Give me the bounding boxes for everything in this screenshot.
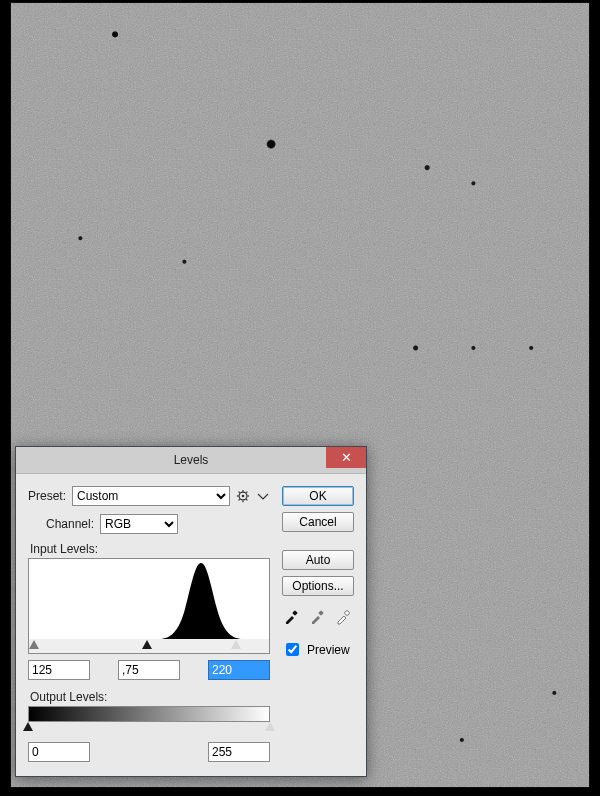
close-icon: ✕ [341, 451, 352, 464]
dialog-title: Levels [16, 453, 366, 467]
svg-line-8 [239, 499, 240, 500]
white-eyedropper-icon[interactable] [334, 608, 352, 626]
preset-select[interactable]: Custom [72, 486, 230, 506]
input-gamma-field[interactable] [118, 660, 180, 680]
output-white-field[interactable] [208, 742, 270, 762]
output-black-field[interactable] [28, 742, 90, 762]
channel-label: Channel: [46, 517, 94, 531]
preset-label: Preset: [28, 489, 66, 503]
preset-flyout-icon[interactable] [256, 489, 270, 503]
input-slider-track[interactable] [28, 639, 270, 654]
black-eyedropper-icon[interactable] [282, 608, 300, 626]
output-gradient [28, 706, 270, 722]
svg-rect-12 [344, 610, 350, 616]
ok-button[interactable]: OK [282, 486, 354, 506]
output-levels-label: Output Levels: [30, 690, 270, 704]
preview-checkbox-row[interactable]: Preview [282, 640, 354, 659]
svg-line-9 [246, 492, 247, 493]
output-slider-track[interactable] [28, 722, 270, 736]
options-button[interactable]: Options... [282, 576, 354, 596]
gray-eyedropper-icon[interactable] [308, 608, 326, 626]
input-black-handle[interactable] [142, 640, 152, 649]
output-black-handle[interactable] [23, 722, 33, 731]
input-white-handle[interactable] [231, 640, 241, 649]
svg-rect-11 [318, 610, 324, 616]
output-white-handle[interactable] [265, 722, 275, 731]
channel-select[interactable]: RGB [100, 514, 178, 534]
close-button[interactable]: ✕ [326, 447, 366, 468]
histogram [28, 558, 270, 640]
cancel-button[interactable]: Cancel [282, 512, 354, 532]
levels-dialog: Levels ✕ Preset: Custom Channel: [15, 446, 367, 777]
input-levels-label: Input Levels: [30, 542, 270, 556]
preview-label: Preview [307, 643, 350, 657]
preset-menu-icon[interactable] [236, 489, 250, 503]
input-white-field[interactable] [208, 660, 270, 680]
svg-line-7 [246, 499, 247, 500]
svg-rect-10 [292, 610, 298, 616]
input-gamma-handle[interactable] [29, 640, 39, 649]
input-black-field[interactable] [28, 660, 90, 680]
preview-checkbox[interactable] [286, 643, 299, 656]
auto-button[interactable]: Auto [282, 550, 354, 570]
dialog-titlebar[interactable]: Levels ✕ [16, 447, 366, 474]
svg-point-1 [242, 495, 245, 498]
svg-line-6 [239, 492, 240, 493]
